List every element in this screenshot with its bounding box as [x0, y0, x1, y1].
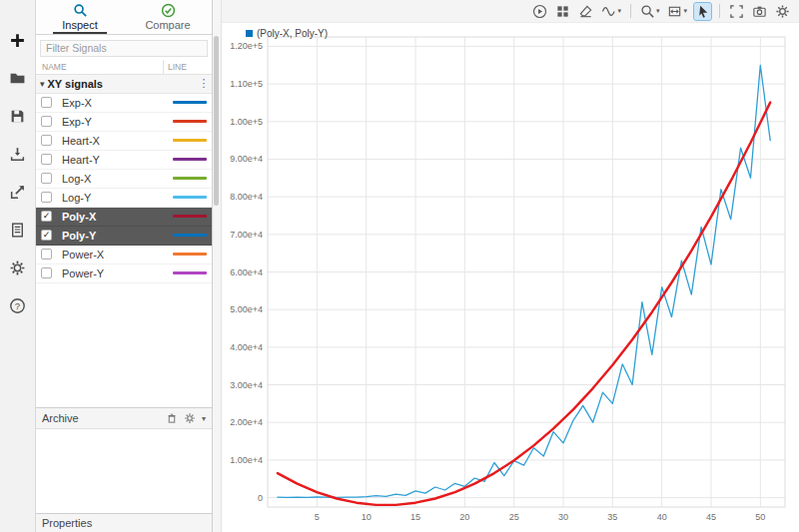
signal-checkbox[interactable] [41, 97, 52, 108]
archive-actions: ▾ [166, 412, 206, 424]
signal-row[interactable]: Log-X [36, 170, 212, 189]
panel-tabs: Inspect Compare [36, 0, 212, 35]
import-button[interactable] [7, 144, 28, 165]
signal-checkbox[interactable] [41, 135, 52, 146]
signal-line-swatch [173, 139, 207, 142]
svg-text:1.20e+5: 1.20e+5 [230, 41, 263, 51]
svg-text:4.00e+4: 4.00e+4 [230, 342, 263, 352]
signal-checkbox[interactable] [41, 267, 52, 278]
column-line-header: LINE [164, 62, 212, 72]
svg-text:1.10e+5: 1.10e+5 [230, 79, 263, 89]
chart-region: ▾ ▾ ▾ [222, 0, 799, 532]
signal-row[interactable]: Heart-Y [36, 151, 212, 170]
signal-group-row[interactable]: ▾ XY signals ⋮ [36, 75, 212, 94]
signal-checkbox[interactable] [41, 192, 52, 203]
magnifier-icon [640, 4, 655, 19]
signal-row[interactable]: ✓ Poly-X [36, 208, 212, 227]
signal-name: Poly-X [52, 211, 168, 223]
svg-text:15: 15 [410, 512, 420, 522]
signal-row[interactable]: Power-Y [36, 265, 212, 283]
signal-line-swatch [173, 271, 207, 274]
run-button[interactable] [531, 3, 548, 20]
tab-inspect-label: Inspect [62, 19, 97, 31]
filter-signals-input[interactable] [40, 40, 208, 57]
eraser-icon [578, 4, 593, 19]
layout-button[interactable] [554, 3, 571, 20]
column-name-header: NAME [36, 60, 164, 74]
svg-text:30: 30 [558, 512, 568, 522]
settings-button[interactable] [774, 3, 791, 20]
add-button[interactable] [7, 30, 28, 51]
signal-row[interactable]: Power-X [36, 246, 212, 265]
import-icon [9, 146, 26, 163]
properties-header[interactable]: Properties [36, 513, 212, 532]
group-menu-icon[interactable]: ⋮ [196, 77, 212, 90]
svg-text:20: 20 [459, 512, 469, 522]
fullscreen-button[interactable] [728, 3, 745, 20]
help-button[interactable]: ? [7, 295, 28, 316]
snapshot-button[interactable] [751, 3, 768, 20]
chevron-down-icon[interactable]: ▾ [202, 414, 206, 423]
pointer-button[interactable] [694, 3, 711, 20]
tab-compare-label: Compare [145, 19, 190, 31]
svg-text:9.00e+4: 9.00e+4 [230, 154, 263, 164]
signal-name: Power-Y [52, 267, 168, 279]
signal-line-swatch [173, 253, 207, 256]
gear-icon [9, 260, 26, 276]
signal-checkbox[interactable] [41, 154, 52, 165]
eraser-button[interactable] [577, 3, 594, 20]
svg-text:45: 45 [706, 512, 716, 522]
preferences-button[interactable] [7, 258, 28, 278]
archive-header[interactable]: Archive ▾ [36, 407, 212, 429]
signal-row[interactable]: ✓ Poly-Y [36, 227, 212, 246]
folder-icon [9, 70, 26, 87]
create-report-button[interactable] [7, 220, 28, 241]
toolbar-separator [719, 4, 720, 18]
tab-compare[interactable]: Compare [124, 0, 212, 34]
app-window: ? Inspect Compare NAME LINE ▾ XY signals [0, 0, 799, 532]
collapse-caret-icon[interactable]: ▾ [40, 79, 45, 89]
panel-scrollbar[interactable] [213, 0, 222, 532]
zoom-button[interactable]: ▾ [639, 3, 661, 20]
fit-view-button[interactable]: ▾ [666, 3, 688, 20]
trash-icon[interactable] [166, 412, 178, 424]
signal-checkbox[interactable]: ✓ [41, 230, 52, 241]
signal-name: Heart-X [52, 135, 168, 147]
expand-icon [729, 4, 744, 19]
signal-checkbox[interactable] [41, 116, 52, 127]
svg-text:1.00e+5: 1.00e+5 [230, 117, 263, 127]
svg-text:7.00e+4: 7.00e+4 [230, 230, 263, 240]
signal-checkbox[interactable] [41, 173, 52, 184]
xy-plot[interactable]: 01.00e+42.00e+43.00e+44.00e+45.00e+46.00… [222, 23, 799, 532]
svg-text:5: 5 [315, 512, 320, 522]
camera-icon [752, 4, 767, 19]
signal-row[interactable]: Log-Y [36, 189, 212, 208]
tab-inspect[interactable]: Inspect [36, 0, 124, 34]
toolbar-separator [630, 4, 631, 18]
save-button[interactable] [7, 106, 28, 127]
signal-checkbox[interactable]: ✓ [41, 211, 52, 222]
pointer-icon [695, 4, 710, 19]
svg-text:10: 10 [362, 512, 372, 522]
svg-text:40: 40 [657, 512, 667, 522]
gear-icon[interactable] [184, 412, 196, 424]
save-icon [9, 108, 26, 125]
fit-to-view-icon [667, 4, 682, 19]
open-button[interactable] [7, 68, 28, 89]
svg-text:6.00e+4: 6.00e+4 [230, 267, 263, 277]
signal-style-button[interactable]: ▾ [600, 3, 622, 20]
signal-name: Exp-X [52, 97, 168, 109]
export-button[interactable] [7, 182, 28, 203]
signal-row[interactable]: Heart-X [36, 132, 212, 151]
signal-rows: Exp-X Exp-Y Heart-X Heart-Y Log-X Log-Y … [36, 94, 212, 283]
signal-line-swatch [173, 101, 207, 104]
scrollbar-thumb[interactable] [214, 36, 219, 206]
signal-checkbox[interactable] [41, 249, 52, 260]
signal-row[interactable]: Exp-X [36, 94, 212, 113]
signal-line-swatch [173, 158, 207, 161]
signal-row[interactable]: Exp-Y [36, 113, 212, 132]
archive-label: Archive [42, 412, 166, 424]
check-circle-icon [161, 3, 176, 18]
svg-text:2.00e+4: 2.00e+4 [230, 417, 263, 427]
signal-name: Log-X [52, 173, 168, 185]
